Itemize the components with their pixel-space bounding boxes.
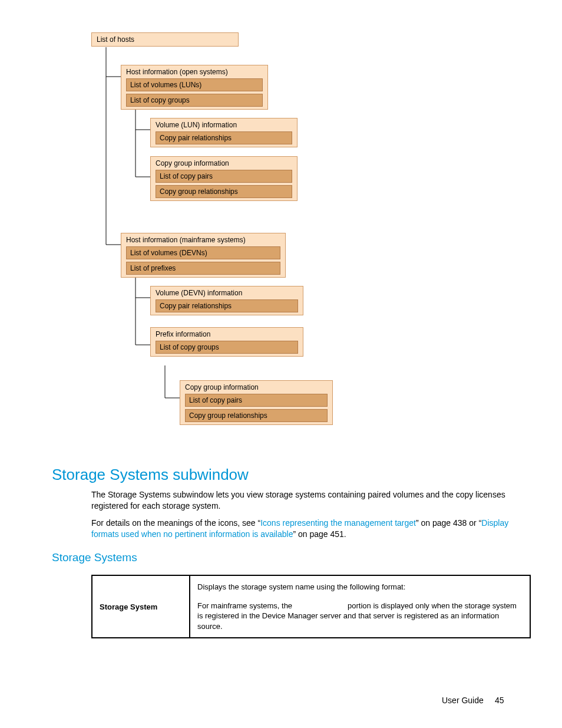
node-prefix-title: Prefix information	[156, 330, 298, 338]
paragraph-icons: For details on the meanings of the icons…	[91, 518, 533, 540]
heading-storage-systems-subwindow: Storage Systems subwindow	[52, 466, 249, 484]
document-page: List of hosts Host information (open sys…	[0, 0, 562, 728]
table-value-line2: For mainframe systems, the portion is di…	[197, 601, 523, 632]
node-host-open-row: List of volumes (LUNs)	[126, 78, 263, 91]
definition-table: Storage System Displays the storage syst…	[91, 575, 531, 638]
text-fragment: ” on page 438 or “	[416, 518, 481, 528]
node-root-label: List of hosts	[97, 35, 134, 44]
link-icons-representing[interactable]: Icons representing the management target	[260, 518, 416, 528]
node-copygroup2-row: Copy group relationships	[185, 409, 328, 422]
node-host-mf-title: Host information (mainframe systems)	[126, 236, 280, 244]
node-copygroup2-title: Copy group information	[185, 383, 328, 391]
heading-storage-systems: Storage Systems	[52, 551, 137, 564]
node-vol-devn: Volume (DEVN) information Copy pair rela…	[150, 286, 303, 315]
node-host-open-title: Host information (open systems)	[126, 68, 263, 76]
text-fragment: For mainframe systems, the	[197, 601, 295, 610]
node-root: List of hosts	[91, 32, 239, 47]
node-host-mf: Host information (mainframe systems) Lis…	[121, 233, 286, 278]
node-vol-lun-row: Copy pair relationships	[156, 131, 292, 144]
node-vol-devn-title: Volume (DEVN) information	[156, 289, 298, 297]
node-copygroup1-row: List of copy pairs	[156, 170, 292, 183]
node-host-open-row: List of copy groups	[126, 94, 263, 107]
paragraph-intro: The Storage Systems subwindow lets you v…	[91, 489, 527, 512]
text-fragment: ” on page 451.	[293, 529, 346, 539]
node-copygroup1-title: Copy group information	[156, 159, 292, 167]
node-copygroup2: Copy group information List of copy pair…	[180, 380, 333, 425]
node-host-open: Host information (open systems) List of …	[121, 65, 268, 110]
node-copygroup2-row: List of copy pairs	[185, 394, 328, 407]
footer-page-number: 45	[495, 696, 504, 705]
node-prefix-row: List of copy groups	[156, 341, 298, 354]
node-host-mf-row: List of prefixes	[126, 262, 280, 275]
table-value-cell: Displays the storage system name using t…	[190, 575, 530, 638]
node-vol-lun-title: Volume (LUN) information	[156, 121, 292, 129]
table-value-line1: Displays the storage system name using t…	[197, 582, 523, 592]
table-key-cell: Storage System	[92, 575, 190, 638]
text-fragment: For details on the meanings of the icons…	[91, 518, 260, 528]
node-copygroup1: Copy group information List of copy pair…	[150, 156, 297, 201]
node-vol-devn-row: Copy pair relationships	[156, 299, 298, 312]
node-prefix: Prefix information List of copy groups	[150, 327, 303, 357]
node-vol-lun: Volume (LUN) information Copy pair relat…	[150, 118, 297, 147]
footer-label: User Guide	[442, 696, 484, 705]
node-host-mf-row: List of volumes (DEVNs)	[126, 246, 280, 259]
node-copygroup1-row: Copy group relationships	[156, 185, 292, 198]
table-row: Storage System Displays the storage syst…	[92, 575, 530, 638]
